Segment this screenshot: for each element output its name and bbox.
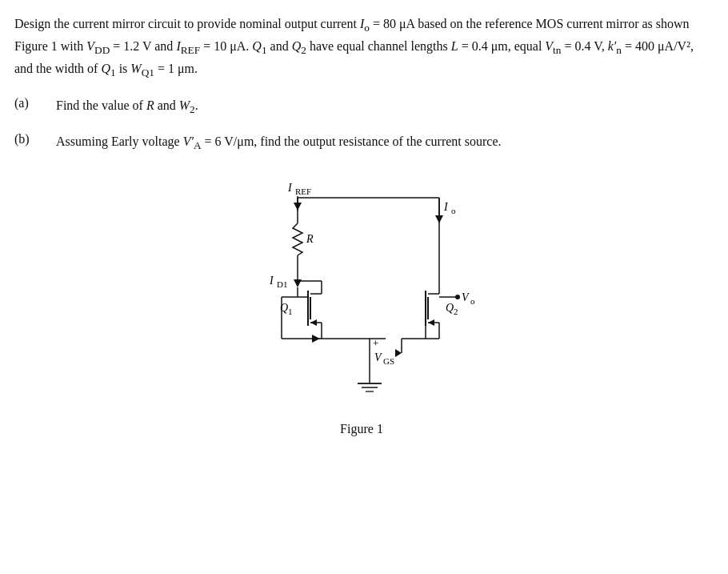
circuit-diagram: I REF R I D1 — [202, 169, 522, 417]
io-subscript: o — [451, 206, 456, 215]
part-b-content: Assuming Early voltage V′A = 6 V/μm, fin… — [56, 132, 709, 155]
part-b-label: (b) — [14, 132, 56, 147]
q2-source-arrow — [428, 319, 434, 326]
vgs-plus: + — [373, 337, 378, 349]
part-a: (a) Find the value of R and W2. — [14, 96, 709, 118]
id1-label: I — [269, 275, 274, 287]
iref-subscript: REF — [295, 187, 311, 196]
vo-label: V — [462, 291, 470, 303]
feedback-arrow — [312, 335, 320, 343]
r-label: R — [306, 233, 314, 245]
q1-subscript: 1 — [288, 307, 293, 316]
io-label: I — [443, 201, 449, 213]
vgs-subscript: GS — [383, 356, 394, 366]
problem-text: Design the current mirror circuit to pro… — [14, 14, 709, 82]
resistor-r — [293, 223, 302, 255]
iref-label: I — [287, 182, 293, 194]
q2-label: Q — [446, 302, 454, 314]
figure-area: I REF R I D1 — [14, 169, 709, 436]
io-arrow — [435, 215, 443, 223]
part-a-label: (a) — [14, 96, 56, 110]
part-b: (b) Assuming Early voltage V′A = 6 V/μm,… — [14, 132, 709, 155]
id1-subscript: D1 — [277, 279, 287, 289]
vo-subscript: o — [470, 296, 475, 306]
q2-subscript: 2 — [454, 307, 458, 316]
part-a-content: Find the value of R and W2. — [56, 96, 709, 118]
vgs-arrow — [395, 349, 402, 357]
problem-container: Design the current mirror circuit to pro… — [14, 14, 709, 436]
q1-source-arrow — [310, 319, 317, 326]
vgs-label: V — [374, 351, 382, 363]
figure-label: Figure 1 — [340, 422, 383, 436]
